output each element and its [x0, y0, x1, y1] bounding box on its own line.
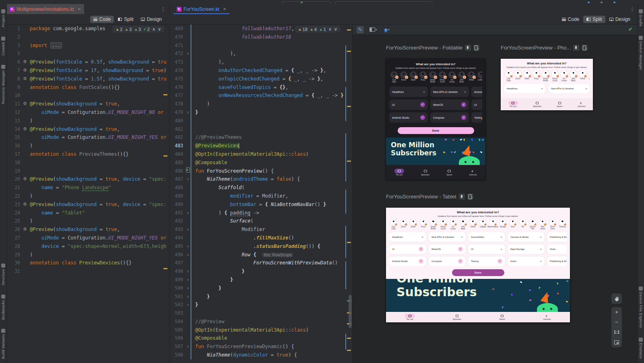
topic-chip[interactable]: Compose✓ — [429, 256, 466, 266]
topic-chip[interactable]: Compose✓ — [430, 112, 469, 123]
toolwindow-button-device-file-explorer[interactable]: Device File Explorer — [639, 285, 643, 328]
preview-settings-gear-icon[interactable]: ⚙ — [23, 76, 27, 81]
mode-split-button[interactable]: Split — [583, 16, 605, 23]
topic-chip[interactable]: Android Studio✓ — [389, 112, 428, 123]
mode-code-button[interactable]: Code — [559, 16, 583, 23]
zoom-in-button[interactable]: + — [611, 307, 622, 317]
topic-chip[interactable]: UI✓ — [389, 99, 428, 110]
author-item[interactable]: +Lollipop — [479, 219, 487, 230]
author-item[interactable]: ✓Red Velvet — [539, 219, 547, 230]
layers-icon[interactable]: ◆▾ — [383, 26, 391, 33]
ui-tools-icon[interactable]: ✎ — [357, 26, 364, 33]
tab-options-kebab-icon[interactable]: ⋮ — [626, 4, 638, 14]
author-item[interactable]: ✓KitKat — [469, 219, 477, 230]
fold-marker-icon[interactable]: ∨ — [187, 269, 189, 273]
fold-marker-icon[interactable]: ∨ — [187, 253, 189, 257]
author-item[interactable]: ✓Donut — [399, 71, 409, 83]
author-item[interactable]: ✓Eclair — [522, 70, 532, 82]
toolwindow-button-build-variants[interactable]: Build Variants — [1, 328, 5, 359]
interactive-preview-icon[interactable] — [465, 45, 471, 51]
author-item[interactable]: +Ginger Bread — [541, 70, 550, 82]
mode-code-button[interactable]: Code — [90, 16, 114, 23]
author-item[interactable]: +Lollipop — [587, 70, 590, 82]
toolwindow-button-device-manager[interactable]: Device Manager — [639, 35, 643, 70]
topic-chip[interactable]: Camera & Media+ — [508, 232, 545, 242]
run-preview-on-device-icon[interactable] — [473, 45, 479, 51]
author-item[interactable]: ✓Donut — [513, 70, 522, 82]
preview-settings-gear-icon[interactable]: ⚙ — [23, 59, 27, 64]
pan-hand-icon[interactable] — [611, 293, 622, 304]
topic-chip[interactable]: Data Storage+ — [508, 244, 545, 254]
author-item[interactable]: ✓Jelly Bean — [457, 71, 466, 83]
author-item[interactable]: ✓Eclair — [409, 219, 417, 230]
author-item[interactable]: +Froyo — [532, 70, 541, 82]
device-preview-tablet[interactable]: What are you interested in?Updates from … — [386, 208, 570, 322]
author-item[interactable]: +Ice Cream — [559, 70, 569, 82]
topic-chip[interactable]: New APIs & Libraries+ — [548, 84, 590, 93]
topic-chip[interactable]: WearOS✓ — [430, 99, 469, 110]
author-item[interactable]: ✓Jelly Bean — [569, 70, 578, 82]
toolwindow-button-project[interactable]: Project — [1, 8, 5, 27]
topic-chip[interactable]: Testing✓ — [471, 112, 482, 123]
toolwindow-button-resource-manager[interactable]: Resource Manager — [1, 64, 5, 104]
fold-marker-icon[interactable]: ∨ — [187, 295, 189, 299]
topic-chip[interactable]: Accessibility+ — [471, 87, 482, 97]
toolwindow-button-structure[interactable]: Structure — [1, 262, 5, 285]
author-item[interactable]: +Cup Cake — [504, 70, 513, 82]
nav-item-interests[interactable]: #Interests — [469, 169, 477, 176]
tab-options-kebab-icon[interactable]: ⋮ — [157, 4, 169, 14]
author-item[interactable]: ✓Donut — [399, 219, 408, 230]
nav-item-saved[interactable]: Saved — [446, 169, 452, 176]
author-item[interactable]: +Oreo — [508, 219, 517, 230]
fold-marker-icon[interactable]: ∨ — [187, 278, 189, 282]
next-problem-icon[interactable]: ∨ — [158, 27, 161, 32]
nav-item-for-you[interactable]: For you — [394, 169, 404, 176]
topic-chip[interactable]: Tools+ — [547, 244, 567, 254]
topic-chip[interactable]: UI✓ — [389, 244, 426, 254]
fold-marker-icon[interactable]: ∨ — [187, 227, 189, 231]
fold-marker-icon[interactable]: ∨ — [187, 177, 189, 181]
editor-scrollbar-thumb[interactable] — [349, 295, 352, 328]
tab-multipreviewannotations[interactable]: K MultipreviewAnnotations.kt ✕ — [6, 4, 84, 14]
toolwindow-button-bookmarks[interactable]: Bookmarks — [1, 293, 5, 320]
done-button[interactable]: Done — [452, 269, 504, 276]
author-item[interactable]: +Froyo — [419, 219, 427, 230]
topic-chip[interactable]: New APIs & Libraries+ — [430, 87, 469, 97]
topic-chip[interactable]: UI+ — [468, 244, 505, 254]
mode-split-button[interactable]: Split — [115, 16, 136, 23]
author-item[interactable]: ✓KitKat — [466, 71, 476, 83]
topic-chip[interactable]: Kotlin+ — [508, 256, 545, 266]
nav-item-episodes[interactable]: Episodes — [421, 169, 429, 176]
interactive-preview-icon[interactable] — [573, 45, 579, 51]
nav-item-episodes[interactable]: Episodes — [533, 101, 542, 108]
zoom-out-button[interactable]: − — [611, 317, 622, 327]
author-item[interactable]: +Marshmallow — [489, 219, 497, 230]
nav-item-saved[interactable]: Saved — [557, 101, 562, 108]
preview-settings-gear-icon[interactable]: ⚙ — [23, 68, 27, 73]
run-preview-on-device-icon[interactable] — [582, 45, 588, 51]
topic-chip[interactable]: Headlines+ — [504, 84, 546, 93]
fold-marker-icon[interactable]: ∨ — [187, 344, 189, 349]
interactive-preview-icon[interactable] — [459, 194, 465, 200]
preview-settings-gear-icon[interactable]: ⚙ — [23, 176, 27, 182]
topic-chip[interactable]: Headlines+ — [389, 232, 426, 242]
zoom-actual-button[interactable]: 1:1 — [611, 327, 622, 337]
topic-chip[interactable]: Android Studio✓ — [389, 256, 426, 266]
topic-chip[interactable]: UI+ — [471, 99, 482, 110]
fold-marker-icon[interactable]: ∨ — [187, 52, 189, 56]
fold-marker-icon[interactable]: ∨ — [187, 303, 189, 307]
editor-multipreviewannotations[interactable]: 1package com.google.samples23import ...5… — [6, 25, 169, 363]
close-icon[interactable]: ✕ — [223, 7, 226, 11]
author-item[interactable]: ✓Nougat — [499, 219, 507, 230]
preview-settings-gear-icon[interactable]: ⚙ — [23, 126, 27, 132]
run-preview-icon[interactable] — [186, 167, 190, 173]
author-item[interactable]: ✓Jelly Bean — [459, 219, 467, 230]
fold-marker-icon[interactable]: ∨ — [187, 110, 189, 114]
preview-settings-gear-icon[interactable]: ⚙ — [23, 101, 27, 106]
nav-item-interests[interactable]: #Interests — [543, 314, 551, 320]
author-item[interactable]: +Ice Cream — [449, 219, 457, 230]
ui-check-icon[interactable]: ▾ — [368, 27, 379, 33]
topic-chip[interactable]: Testing✓ — [468, 256, 505, 266]
fold-marker-icon[interactable]: ∨ — [187, 211, 189, 215]
author-item[interactable]: ✓Eclair — [409, 71, 418, 83]
